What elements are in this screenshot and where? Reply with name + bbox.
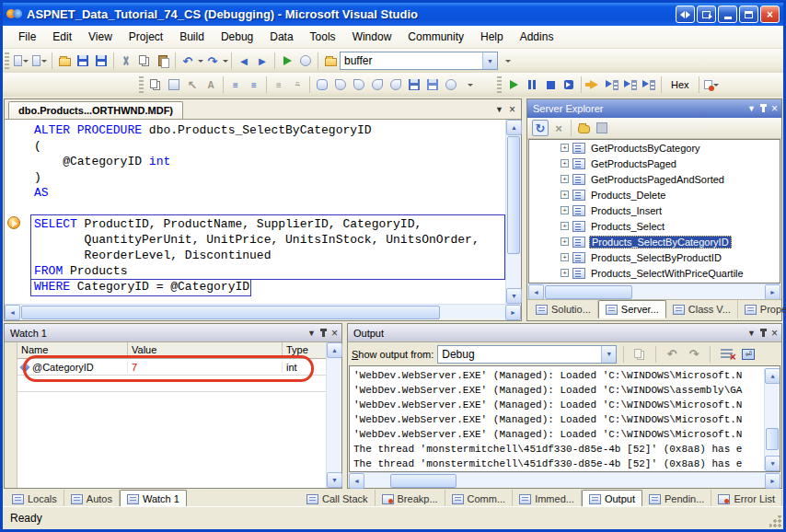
query-pane4-button[interactable]	[387, 76, 404, 93]
verify-sql-button[interactable]	[406, 76, 422, 93]
paste-button[interactable]	[155, 52, 171, 69]
break-all-button[interactable]	[524, 76, 540, 93]
tree-item-products-selectbycategoryid[interactable]: +Products_SelectByCategoryID	[529, 234, 780, 249]
tree-item-products-update[interactable]: +Products_Update	[529, 281, 780, 283]
clear-all-button[interactable]	[718, 346, 734, 363]
menu-item-tools[interactable]: Tools	[302, 28, 344, 46]
show-diagram-pane-button[interactable]	[166, 76, 182, 93]
save-button[interactable]	[75, 52, 91, 69]
document-list-chevron-icon[interactable]: ▼	[495, 105, 503, 114]
scroll-right-icon[interactable]: ►	[765, 284, 780, 300]
menu-item-help[interactable]: Help	[472, 28, 512, 46]
step-out-button[interactable]	[641, 76, 657, 93]
continue-button[interactable]	[505, 76, 522, 93]
menu-item-window[interactable]: Window	[344, 28, 400, 46]
query-pane1-button[interactable]	[332, 76, 349, 93]
scroll-up-icon[interactable]: ▲	[765, 368, 780, 384]
query-pane3-button[interactable]	[369, 76, 386, 93]
editor-hscroll-thumb[interactable]	[21, 306, 440, 319]
toggle-word-wrap-button[interactable]: ⏎	[740, 346, 757, 363]
validate-button[interactable]	[443, 76, 459, 93]
editor-horizontal-scrollbar[interactable]: ◄ ►	[5, 304, 521, 319]
watch-value-cell[interactable]: 7	[128, 362, 283, 373]
uncomment-button[interactable]: ⍨	[289, 76, 306, 93]
tab-output[interactable]: Output	[582, 490, 642, 508]
auto-hide-pin-icon[interactable]	[762, 105, 765, 112]
query-pane2-button[interactable]	[351, 76, 367, 93]
tab-immed[interactable]: Immed...	[513, 490, 582, 508]
expand-plus-icon[interactable]: +	[561, 191, 569, 199]
server-explorer-titlebar[interactable]: Server Explorer ▼ ×	[527, 99, 781, 118]
output-close-icon[interactable]: ×	[771, 327, 778, 340]
expand-plus-icon[interactable]: +	[561, 222, 569, 230]
tree-item-getproductspaged[interactable]: +GetProductsPaged	[529, 156, 780, 171]
tree-hscroll-thumb[interactable]	[545, 285, 632, 299]
tree-item-products-select[interactable]: +Products_Select	[529, 218, 780, 234]
comment-button[interactable]: ≡	[271, 76, 287, 93]
minimize-button[interactable]	[718, 6, 737, 23]
tab-call-stack[interactable]: Call Stack	[300, 490, 376, 508]
scroll-down-icon[interactable]: ▼	[327, 472, 342, 488]
column-type[interactable]: Type	[283, 342, 326, 358]
increase-indent-button[interactable]: ≡	[246, 76, 262, 93]
previous-message-button[interactable]: ↶	[664, 346, 680, 363]
undo-dropdown[interactable]	[198, 60, 203, 63]
copy-button[interactable]	[136, 52, 153, 69]
menu-item-debug[interactable]: Debug	[213, 28, 261, 46]
tab-proper[interactable]: Proper...	[738, 300, 786, 318]
menu-item-project[interactable]: Project	[121, 28, 171, 46]
pane-switch-button[interactable]	[676, 6, 695, 23]
add-item-button[interactable]	[31, 52, 48, 69]
debug-toolbar-grip[interactable]	[497, 76, 502, 93]
column-name[interactable]: Name	[17, 342, 128, 358]
scroll-right-icon[interactable]: ►	[505, 305, 521, 320]
scroll-right-icon[interactable]: ►	[765, 473, 780, 489]
output-titlebar[interactable]: Output ▼ ×	[348, 324, 781, 342]
expand-plus-icon[interactable]: +	[561, 144, 569, 152]
expand-plus-icon[interactable]: +	[561, 159, 569, 168]
goto-message-button[interactable]	[631, 346, 648, 363]
server-explorer-close-icon[interactable]: ×	[771, 102, 778, 115]
stop-debugging-button[interactable]	[542, 76, 559, 93]
navigate-back-button[interactable]: ◄	[236, 52, 252, 69]
refresh-button[interactable]: ↻	[532, 120, 549, 136]
hex-toggle-button[interactable]: Hex	[665, 76, 695, 93]
start-debug-button[interactable]	[279, 52, 295, 69]
watch-vertical-scrollbar[interactable]: ▲ ▼	[326, 342, 341, 488]
code-editor[interactable]: ALTER PROCEDURE dbo.Products_SelectByCat…	[5, 120, 505, 304]
search-dropdown-icon[interactable]: ▼	[482, 52, 497, 69]
expand-plus-icon[interactable]: +	[561, 206, 569, 214]
step-over-button[interactable]	[622, 76, 639, 93]
column-value[interactable]: Value	[128, 342, 283, 358]
tree-item-getproductspagedandsorted[interactable]: +GetProductsPagedAndSorted	[529, 171, 780, 187]
search-input[interactable]: buffer	[341, 54, 482, 67]
menu-item-addins[interactable]: Addins	[512, 28, 562, 46]
scroll-down-icon[interactable]: ▼	[506, 288, 522, 304]
delete-button[interactable]: ×	[550, 120, 567, 136]
sql-code[interactable]: ALTER PROCEDURE dbo.Products_SelectByCat…	[5, 120, 505, 295]
editor-vscroll-thumb[interactable]	[507, 136, 520, 254]
window-position-chevron-icon[interactable]: ▼	[747, 329, 756, 338]
close-button[interactable]: ×	[760, 6, 780, 23]
menu-item-data[interactable]: Data	[261, 28, 301, 46]
menu-item-edit[interactable]: Edit	[44, 28, 80, 46]
auto-hide-pin-icon[interactable]	[762, 330, 765, 337]
tab-class-v[interactable]: Class V...	[666, 300, 738, 318]
tab-comm[interactable]: Comm...	[445, 490, 514, 508]
output-hscroll-thumb[interactable]	[390, 474, 457, 488]
properties-window-button[interactable]	[147, 76, 164, 93]
tree-item-products-insert[interactable]: +Products_Insert	[529, 202, 780, 218]
output-text-area[interactable]: 'WebDev.WebServer.EXE' (Managed): Loaded…	[349, 365, 780, 472]
tab-autos[interactable]: Autos	[64, 490, 120, 508]
texteditor-toolbar-grip[interactable]	[139, 76, 144, 93]
expand-plus-icon[interactable]: +	[561, 237, 569, 246]
tab-breakp[interactable]: Breakp...	[376, 490, 445, 508]
menu-item-file[interactable]: File	[10, 28, 44, 46]
expand-plus-icon[interactable]: +	[561, 253, 569, 261]
scroll-left-icon[interactable]: ◄	[349, 473, 364, 489]
scroll-up-icon[interactable]: ▲	[506, 120, 522, 135]
popout-button[interactable]	[697, 6, 716, 23]
output-horizontal-scrollbar[interactable]: ◄ ►	[349, 472, 780, 488]
editor-close-icon[interactable]: ×	[509, 103, 515, 116]
save-all-button[interactable]	[93, 52, 110, 69]
